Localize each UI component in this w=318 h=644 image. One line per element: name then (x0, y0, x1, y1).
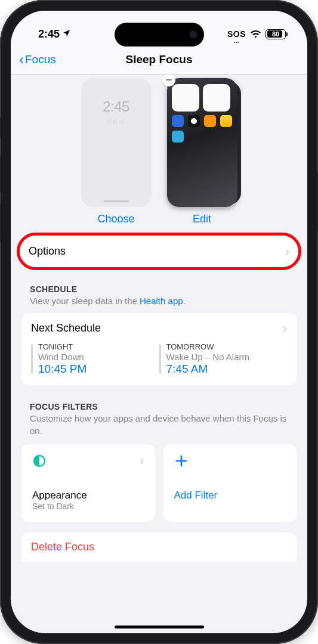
remove-badge[interactable] (162, 75, 175, 86)
delete-section: Delete Focus (11, 522, 307, 562)
status-right: SOS 80 (227, 29, 286, 39)
schedule-tonight: TONIGHT Wind Down 10:45 PM (31, 342, 159, 376)
options-label: Options (29, 245, 66, 258)
schedule-tomorrow: TOMORROW Wake Up – No Alarm 7:45 AM (159, 342, 288, 376)
app-icon (188, 115, 200, 127)
app-icon (204, 115, 216, 127)
schedule-header: SCHEDULE (21, 278, 297, 295)
health-app-link[interactable]: Health app (140, 296, 183, 306)
chevron-right-icon: › (285, 244, 289, 258)
tonight-desc: Wind Down (38, 352, 159, 362)
tomorrow-desc: Wake Up – No Alarm (166, 352, 288, 362)
options-wrap: Options › (11, 233, 307, 278)
content: 2:45 ○○○ Choose (11, 75, 307, 633)
add-filter-tile[interactable]: Add Filter (163, 444, 297, 522)
next-schedule-title: Next Schedule (31, 322, 101, 335)
battery-indicator: 80 (265, 29, 286, 39)
delete-focus-button[interactable]: Delete Focus (21, 532, 297, 562)
page-title: Sleep Focus (11, 53, 307, 66)
widget (172, 84, 199, 112)
chevron-right-icon: › (140, 454, 144, 467)
appearance-icon (32, 454, 47, 468)
app-icon (220, 115, 232, 127)
lock-preview-homebar (104, 200, 129, 202)
nav-bar: ‹ Focus Sleep Focus (11, 47, 307, 75)
battery-level: 80 (272, 30, 279, 38)
lock-screen-preview-col: 2:45 ○○○ Choose (81, 78, 152, 225)
options-row[interactable]: Options › (19, 235, 299, 268)
appearance-sub: Set to Dark (32, 501, 144, 511)
choose-button[interactable]: Choose (97, 213, 134, 225)
lock-preview-dots: ○○○ (81, 116, 152, 126)
focus-filters-section: FOCUS FILTERS Customize how your apps an… (11, 396, 307, 522)
screen-previews: 2:45 ○○○ Choose (11, 75, 307, 233)
chevron-right-icon: › (283, 321, 287, 335)
appearance-filter-tile[interactable]: › Appearance Set to Dark (21, 444, 155, 522)
appearance-label: Appearance (32, 490, 144, 501)
schedule-subtitle: View your sleep data in the Health app. (21, 295, 297, 313)
schedule-section: SCHEDULE View your sleep data in the Hea… (11, 278, 307, 396)
screen: 2:45 SOS 80 ‹ Focus Sl (11, 11, 307, 633)
status-time: 2:45 (38, 28, 60, 41)
schedule-sub-prefix: View your sleep data in the (30, 296, 140, 306)
home-screen-preview-col: Edit (167, 78, 237, 225)
lock-preview-time: 2:45 (81, 78, 152, 115)
app-icon (172, 115, 184, 127)
sos-indicator: SOS (227, 29, 246, 39)
tonight-time: 10:45 PM (38, 363, 159, 376)
schedule-sub-suffix: . (183, 296, 186, 306)
app-icon (172, 131, 184, 143)
wifi-icon (250, 30, 261, 38)
edit-button[interactable]: Edit (193, 213, 211, 225)
focus-filters-header: FOCUS FILTERS (11, 396, 307, 413)
tonight-label: TONIGHT (38, 342, 159, 351)
widget (203, 84, 230, 112)
hardware-volume-down (0, 204, 1, 242)
hardware-silent-switch (0, 117, 1, 137)
dynamic-island (115, 23, 204, 47)
delete-focus-label: Delete Focus (31, 541, 94, 553)
tomorrow-label: TOMORROW (166, 342, 288, 351)
device-frame: 2:45 SOS 80 ‹ Focus Sl (0, 0, 318, 644)
focus-filters-subtitle: Customize how your apps and device behav… (11, 413, 307, 444)
lock-screen-preview[interactable]: 2:45 ○○○ (81, 78, 152, 207)
tomorrow-time: 7:45 AM (166, 363, 288, 376)
home-preview-front (167, 78, 237, 207)
add-filter-label: Add Filter (174, 490, 286, 501)
location-icon (62, 28, 71, 41)
status-left: 2:45 (38, 28, 71, 41)
home-screen-preview[interactable] (167, 78, 237, 207)
plus-icon (174, 454, 189, 468)
next-schedule-card[interactable]: Next Schedule › TONIGHT Wind Down 10:45 … (21, 313, 297, 385)
hardware-volume-up (0, 155, 1, 193)
home-indicator[interactable] (115, 626, 204, 628)
